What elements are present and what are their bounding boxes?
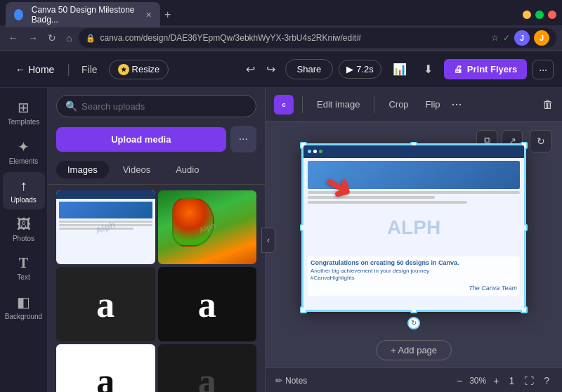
- letter-a-inner-3: a: [56, 344, 155, 392]
- media-thumb-letter-a-2[interactable]: a: [158, 267, 257, 341]
- panel-collapse-btn[interactable]: ‹: [261, 228, 275, 253]
- media-thumb-letter-a-1[interactable]: a: [56, 267, 155, 341]
- resize-button[interactable]: ★ Resize: [109, 60, 169, 79]
- play-duration: 7.2s: [356, 64, 374, 74]
- upload-more-button[interactable]: ···: [230, 126, 256, 152]
- sidebar-item-elements[interactable]: ✦ Elements: [3, 133, 45, 171]
- crop-btn[interactable]: Crop: [383, 96, 414, 112]
- upload-row: Upload media ···: [48, 122, 265, 158]
- wt-hero: [59, 202, 152, 218]
- notes-btn[interactable]: ✏ Notes: [275, 376, 307, 386]
- templates-label: Templates: [8, 118, 40, 126]
- zoom-in-btn[interactable]: +: [490, 374, 502, 388]
- share-button[interactable]: Share: [285, 59, 334, 79]
- resize-label: Resize: [132, 64, 160, 74]
- letter-a-glyph-3: a: [96, 360, 115, 392]
- letter-a-inner-4: a: [158, 344, 257, 392]
- media-thumb-website[interactable]: Alph: [56, 190, 155, 264]
- letter-a-inner-1: a: [56, 267, 155, 341]
- profile-badge[interactable]: J: [514, 30, 530, 46]
- star-icon[interactable]: ☆: [491, 33, 499, 43]
- search-input[interactable]: [81, 101, 247, 112]
- tab-audio[interactable]: Audio: [164, 161, 210, 178]
- close-btn[interactable]: [548, 11, 556, 19]
- address-bar-row: ← → ↻ ⌂ 🔒 canva.com/design/DAE36YEpmQw/3…: [0, 25, 562, 51]
- sidebar-item-photos[interactable]: 🖼 Photos: [3, 211, 45, 248]
- download-button[interactable]: ⬇: [418, 60, 438, 79]
- uploads-icon: ↑: [20, 178, 27, 194]
- hashtag: #CanvaHighlights: [311, 275, 517, 282]
- card-congrats-text: Congratulations on creating 50 designs i…: [308, 256, 520, 295]
- help-btn[interactable]: ?: [541, 374, 552, 388]
- upload-media-button[interactable]: Upload media: [56, 127, 226, 152]
- undo-btn[interactable]: ↩: [242, 60, 259, 79]
- home-label: Home: [28, 64, 54, 75]
- profile-badge-2[interactable]: J: [534, 30, 549, 46]
- letter-a-inner-2: a: [158, 267, 257, 341]
- search-row: 🔍: [48, 88, 265, 122]
- print-flyers-button[interactable]: 🖨 Print Flyers: [444, 59, 528, 79]
- canvas-toolbar: c Edit image Crop Flip ··· 🗑: [266, 88, 562, 122]
- card-header-dot-2: [313, 150, 317, 153]
- active-tab[interactable]: Canva 50 Design Milestone Badg... ✕: [6, 2, 160, 27]
- home-nav-btn[interactable]: ⌂: [63, 31, 74, 45]
- elements-label: Elements: [9, 157, 39, 165]
- elements-icon: ✦: [18, 138, 30, 155]
- media-thumb-letter-a-3[interactable]: a: [56, 344, 155, 392]
- coin-icon: ★: [118, 64, 129, 75]
- add-page-btn[interactable]: + Add page: [376, 340, 452, 360]
- play-button[interactable]: ▶ 7.2s: [339, 60, 381, 79]
- redo-btn[interactable]: ↪: [262, 60, 280, 79]
- media-thumb-letter-a-4[interactable]: a: [158, 344, 257, 392]
- tab-close-btn[interactable]: ✕: [145, 11, 152, 20]
- letter-a-glyph-4: a: [198, 360, 216, 392]
- rotate-handle[interactable]: ↻: [407, 317, 420, 329]
- tab-images[interactable]: Images: [56, 161, 109, 178]
- parrot-shape: [172, 197, 214, 247]
- check-icon: ✓: [503, 33, 510, 43]
- card-text-3: [308, 201, 467, 204]
- page-number-btn[interactable]: 1: [506, 374, 517, 388]
- photos-icon: 🖼: [17, 216, 31, 233]
- reload-btn[interactable]: ↻: [45, 31, 59, 45]
- flip-btn[interactable]: Flip: [420, 96, 446, 112]
- edit-image-btn[interactable]: Edit image: [311, 96, 365, 112]
- tab-title: Canva 50 Design Milestone Badg...: [32, 5, 137, 25]
- bottom-right: − 30% + 1 ⛶ ?: [454, 374, 552, 388]
- add-page-row: + Add page: [266, 333, 562, 367]
- left-panel-wrapper: 🔍 Upload media ··· Images Videos Audio: [48, 88, 266, 392]
- canvas-refresh-btn[interactable]: ↻: [530, 130, 552, 152]
- maximize-btn[interactable]: [535, 11, 544, 19]
- card-text-2: [308, 196, 435, 199]
- delete-btn[interactable]: 🗑: [542, 98, 554, 111]
- home-chevron-icon: ←: [15, 64, 25, 75]
- minimize-btn[interactable]: [523, 11, 531, 19]
- sidebar-item-uploads[interactable]: ↑ Uploads: [3, 172, 45, 209]
- media-thumb-parrots[interactable]: Alph: [158, 190, 257, 264]
- zoom-out-btn[interactable]: −: [454, 374, 465, 388]
- search-box[interactable]: 🔍: [56, 95, 256, 117]
- letter-a-glyph-2: a: [198, 284, 216, 325]
- print-icon: 🖨: [454, 64, 463, 74]
- sidebar-item-background[interactable]: ◧ Background: [3, 288, 45, 326]
- toolbar-separator-2: [374, 96, 374, 113]
- address-bar[interactable]: 🔒 canva.com/design/DAE36YEpmQw/3ebkhWyYX…: [79, 28, 556, 48]
- url-text: canva.com/design/DAE36YEpmQw/3ebkhWyYX-3…: [100, 33, 360, 43]
- home-button[interactable]: ← Home: [8, 60, 61, 79]
- sidebar-item-templates[interactable]: ⊞ Templates: [3, 93, 45, 131]
- card-header-dot-1: [308, 150, 311, 153]
- canvas-area: c Edit image Crop Flip ··· 🗑 ⧉ ↗ ↻: [266, 88, 562, 392]
- stats-button[interactable]: 📊: [387, 60, 412, 79]
- forward-btn[interactable]: →: [25, 31, 41, 45]
- back-btn[interactable]: ←: [6, 31, 21, 45]
- fullscreen-btn[interactable]: ⛶: [521, 374, 537, 388]
- tab-videos[interactable]: Videos: [112, 161, 162, 178]
- design-card[interactable]: ALPH Congratulations on creating 50 desi…: [301, 143, 526, 312]
- new-tab-btn[interactable]: +: [164, 8, 171, 21]
- toolbar-more-btn[interactable]: ···: [452, 97, 462, 112]
- file-menu-btn[interactable]: File: [76, 60, 103, 79]
- congrats-line-2: Another big achievement in your design j…: [311, 268, 517, 275]
- wt-header: [56, 190, 155, 199]
- more-options-button[interactable]: ···: [532, 60, 554, 79]
- sidebar-item-text[interactable]: T Text: [3, 249, 45, 287]
